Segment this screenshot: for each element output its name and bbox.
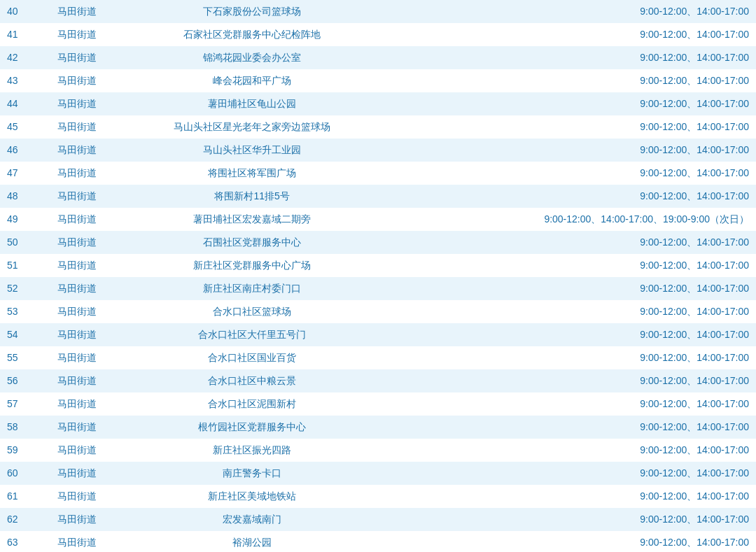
row-street: 马田街道 (35, 115, 119, 139)
row-location: 合水口社区大仟里五号门 (119, 323, 385, 346)
row-time: 9:00-12:00、14:00-17:00 (385, 254, 756, 277)
row-location: 根竹园社区党群服务中心 (119, 416, 385, 439)
row-location: 合水口社区中粮云景 (119, 369, 385, 392)
row-time: 9:00-12:00、14:00-17:00 (385, 139, 756, 162)
table-row: 62 马田街道 宏发嘉域南门 9:00-12:00、14:00-17:00 (0, 508, 756, 531)
row-location: 马山头社区星光老年之家旁边篮球场 (119, 115, 385, 139)
table-row: 55 马田街道 合水口社区国业百货 9:00-12:00、14:00-17:00 (0, 346, 756, 369)
table-row: 45 马田街道 马山头社区星光老年之家旁边篮球场 9:00-12:00、14:0… (0, 115, 756, 139)
table-row: 58 马田街道 根竹园社区党群服务中心 9:00-12:00、14:00-17:… (0, 416, 756, 439)
row-street: 马田街道 (35, 254, 119, 277)
table-row: 56 马田街道 合水口社区中粮云景 9:00-12:00、14:00-17:00 (0, 369, 756, 392)
row-location: 石围社区党群服务中心 (119, 231, 385, 254)
row-number: 40 (0, 0, 35, 23)
row-location: 合水口社区篮球场 (119, 300, 385, 323)
row-location: 新庄社区党群服务中心广场 (119, 254, 385, 277)
row-location: 南庄警务卡口 (119, 462, 385, 485)
row-number: 55 (0, 346, 35, 369)
row-number: 52 (0, 277, 35, 300)
table-row: 50 马田街道 石围社区党群服务中心 9:00-12:00、14:00-17:0… (0, 231, 756, 254)
row-location: 裕湖公园 (119, 531, 385, 552)
row-number: 57 (0, 392, 35, 416)
row-street: 马田街道 (35, 346, 119, 369)
row-location: 石家社区党群服务中心纪检阵地 (119, 23, 385, 46)
table-row: 46 马田街道 马山头社区华升工业园 9:00-12:00、14:00-17:0… (0, 139, 756, 162)
row-number: 56 (0, 369, 35, 392)
row-street: 马田街道 (35, 0, 119, 23)
table-row: 41 马田街道 石家社区党群服务中心纪检阵地 9:00-12:00、14:00-… (0, 23, 756, 46)
table-row: 63 马田街道 裕湖公园 9:00-12:00、14:00-17:00 (0, 531, 756, 552)
row-number: 53 (0, 300, 35, 323)
row-street: 马田街道 (35, 162, 119, 185)
row-time: 9:00-12:00、14:00-17:00 (385, 392, 756, 416)
row-time: 9:00-12:00、14:00-17:00 (385, 162, 756, 185)
row-street: 马田街道 (35, 300, 119, 323)
row-time: 9:00-12:00、14:00-17:00、19:00-9:00（次日） (385, 208, 756, 231)
row-street: 马田街道 (35, 23, 119, 46)
table-row: 43 马田街道 峰会花园和平广场 9:00-12:00、14:00-17:00 (0, 69, 756, 92)
table-row: 60 马田街道 南庄警务卡口 9:00-12:00、14:00-17:00 (0, 462, 756, 485)
table-row: 48 马田街道 将围新村11排5号 9:00-12:00、14:00-17:00 (0, 185, 756, 208)
row-time: 9:00-12:00、14:00-17:00 (385, 185, 756, 208)
row-number: 59 (0, 439, 35, 462)
row-location: 薯田埔社区龟山公园 (119, 92, 385, 115)
row-street: 马田街道 (35, 185, 119, 208)
row-time: 9:00-12:00、14:00-17:00 (385, 462, 756, 485)
row-time: 9:00-12:00、14:00-17:00 (385, 508, 756, 531)
row-number: 60 (0, 462, 35, 485)
table-row: 51 马田街道 新庄社区党群服务中心广场 9:00-12:00、14:00-17… (0, 254, 756, 277)
row-location: 马山头社区华升工业园 (119, 139, 385, 162)
row-location: 下石家股份公司篮球场 (119, 0, 385, 23)
row-number: 44 (0, 92, 35, 115)
row-number: 63 (0, 531, 35, 552)
row-number: 46 (0, 139, 35, 162)
row-time: 9:00-12:00、14:00-17:00 (385, 323, 756, 346)
row-number: 42 (0, 46, 35, 69)
row-time: 9:00-12:00、14:00-17:00 (385, 346, 756, 369)
row-street: 马田街道 (35, 416, 119, 439)
row-time: 9:00-12:00、14:00-17:00 (385, 485, 756, 508)
row-number: 54 (0, 323, 35, 346)
row-time: 9:00-12:00、14:00-17:00 (385, 277, 756, 300)
row-location: 锦鸿花园业委会办公室 (119, 46, 385, 69)
row-number: 41 (0, 23, 35, 46)
row-street: 马田街道 (35, 323, 119, 346)
row-location: 峰会花园和平广场 (119, 69, 385, 92)
row-time: 9:00-12:00、14:00-17:00 (385, 439, 756, 462)
row-location: 新庄社区南庄村委门口 (119, 277, 385, 300)
table-row: 42 马田街道 锦鸿花园业委会办公室 9:00-12:00、14:00-17:0… (0, 46, 756, 69)
row-location: 新庄社区振光四路 (119, 439, 385, 462)
row-location: 新庄社区美域地铁站 (119, 485, 385, 508)
table-row: 40 马田街道 下石家股份公司篮球场 9:00-12:00、14:00-17:0… (0, 0, 756, 23)
table-row: 53 马田街道 合水口社区篮球场 9:00-12:00、14:00-17:00 (0, 300, 756, 323)
table-row: 52 马田街道 新庄社区南庄村委门口 9:00-12:00、14:00-17:0… (0, 277, 756, 300)
row-location: 合水口社区国业百货 (119, 346, 385, 369)
row-location: 合水口社区泥围新村 (119, 392, 385, 416)
row-time: 9:00-12:00、14:00-17:00 (385, 69, 756, 92)
row-time: 9:00-12:00、14:00-17:00 (385, 369, 756, 392)
row-location: 薯田埔社区宏发嘉域二期旁 (119, 208, 385, 231)
row-time: 9:00-12:00、14:00-17:00 (385, 23, 756, 46)
table-row: 61 马田街道 新庄社区美域地铁站 9:00-12:00、14:00-17:00 (0, 485, 756, 508)
row-time: 9:00-12:00、14:00-17:00 (385, 416, 756, 439)
row-location: 将围新村11排5号 (119, 185, 385, 208)
row-time: 9:00-12:00、14:00-17:00 (385, 0, 756, 23)
row-street: 马田街道 (35, 531, 119, 552)
row-street: 马田街道 (35, 392, 119, 416)
row-number: 49 (0, 208, 35, 231)
row-street: 马田街道 (35, 46, 119, 69)
row-time: 9:00-12:00、14:00-17:00 (385, 46, 756, 69)
main-table: 40 马田街道 下石家股份公司篮球场 9:00-12:00、14:00-17:0… (0, 0, 756, 552)
row-time: 9:00-12:00、14:00-17:00 (385, 92, 756, 115)
row-street: 马田街道 (35, 231, 119, 254)
table-row: 47 马田街道 将围社区将军围广场 9:00-12:00、14:00-17:00 (0, 162, 756, 185)
row-time: 9:00-12:00、14:00-17:00 (385, 300, 756, 323)
row-location: 将围社区将军围广场 (119, 162, 385, 185)
table-row: 54 马田街道 合水口社区大仟里五号门 9:00-12:00、14:00-17:… (0, 323, 756, 346)
row-time: 9:00-12:00、14:00-17:00 (385, 531, 756, 552)
row-time: 9:00-12:00、14:00-17:00 (385, 231, 756, 254)
row-street: 马田街道 (35, 439, 119, 462)
row-number: 58 (0, 416, 35, 439)
table-row: 59 马田街道 新庄社区振光四路 9:00-12:00、14:00-17:00 (0, 439, 756, 462)
row-number: 51 (0, 254, 35, 277)
